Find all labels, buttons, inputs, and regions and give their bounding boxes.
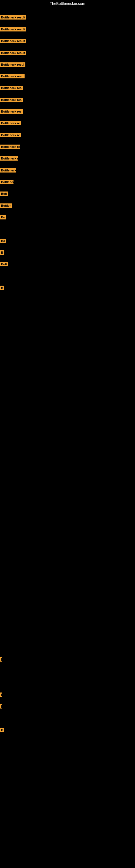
bottleneck-result-badge[interactable]: Bottleneck res — [0, 98, 23, 102]
bottleneck-result-badge[interactable]: Bottleneck result — [0, 39, 26, 43]
bottleneck-badge-container: B — [0, 728, 4, 733]
bottleneck-badge-container: Bott — [0, 191, 8, 197]
bottleneck-badge-container: Bottlen — [0, 204, 12, 209]
bottleneck-badge-container: Bottleneck r — [0, 156, 18, 162]
bottleneck-result-badge[interactable]: Bottleneck re — [0, 145, 20, 149]
bottleneck-result-badge[interactable]: Bo — [0, 215, 6, 219]
bottleneck-result-badge[interactable]: Bo — [0, 239, 6, 243]
bottleneck-badge-container: Bott — [0, 262, 8, 268]
bottleneck-badge-container: B — [0, 286, 4, 291]
bottleneck-result-badge[interactable]: Bottleneck resul — [0, 62, 26, 67]
bottleneck-badge-container: Bo — [0, 239, 6, 244]
bottleneck-badge-container: Bottleneck result — [0, 27, 26, 33]
bottleneck-result-badge[interactable]: Bottleneck — [0, 168, 16, 173]
bottleneck-result-badge[interactable]: | — [0, 692, 2, 697]
bottleneck-result-badge[interactable]: Bottleneck result — [0, 51, 26, 55]
bottleneck-badge-container: Bottleneck result — [0, 39, 26, 44]
bottleneck-result-badge[interactable]: B — [0, 250, 4, 255]
bottleneck-badge-container: Bottleneck res — [0, 109, 23, 115]
bottleneck-result-badge[interactable]: Bottleneck res — [0, 86, 23, 90]
bottleneck-badge-container: B — [0, 250, 4, 256]
site-title: TheBottlenecker.com — [0, 0, 135, 7]
bottleneck-result-badge[interactable]: Bottlen — [0, 204, 12, 208]
bottleneck-result-badge[interactable]: B — [0, 728, 4, 732]
bottleneck-result-badge[interactable]: | — [0, 657, 2, 661]
bottleneck-badge-container: Bottleneck res — [0, 86, 23, 91]
bottleneck-result-badge[interactable]: Bottlenec — [0, 180, 13, 184]
bottleneck-badge-container: | — [0, 704, 2, 710]
bottleneck-result-badge[interactable]: Bottleneck re — [0, 121, 21, 125]
bottleneck-result-badge[interactable]: Bott — [0, 191, 8, 196]
bottleneck-result-badge[interactable]: Bottleneck result — [0, 27, 26, 31]
bottleneck-result-badge[interactable]: Bottleneck result — [0, 15, 26, 20]
bottleneck-result-badge[interactable]: Bottleneck resu — [0, 74, 25, 79]
bottleneck-badge-container: Bottleneck re — [0, 145, 20, 150]
bottleneck-result-badge[interactable]: B — [0, 286, 4, 290]
bottleneck-badge-container: Bottleneck re — [0, 133, 21, 138]
bottleneck-result-badge[interactable]: Bott — [0, 262, 8, 267]
bottleneck-result-badge[interactable]: Bottleneck r — [0, 156, 18, 161]
bottleneck-badge-container: Bottleneck resu — [0, 74, 25, 80]
bottleneck-badge-container: Bottleneck result — [0, 51, 26, 56]
bottleneck-badge-container: Bottleneck — [0, 168, 16, 174]
bottleneck-badge-container: Bottleneck res — [0, 98, 23, 103]
bottleneck-badge-container: Bottlenec — [0, 180, 13, 185]
bottleneck-badge-container: Bo — [0, 215, 6, 220]
bottleneck-result-badge[interactable]: Bottleneck res — [0, 109, 23, 114]
bottleneck-badge-container: | — [0, 657, 2, 663]
bottleneck-result-badge[interactable]: Bottleneck re — [0, 133, 21, 137]
bottleneck-badge-container: Bottleneck resul — [0, 62, 26, 68]
bottleneck-badge-container: | — [0, 692, 2, 698]
bottleneck-badge-container: Bottleneck re — [0, 121, 21, 126]
bottleneck-result-badge[interactable]: | — [0, 704, 2, 709]
bottleneck-badge-container: Bottleneck result — [0, 15, 26, 21]
